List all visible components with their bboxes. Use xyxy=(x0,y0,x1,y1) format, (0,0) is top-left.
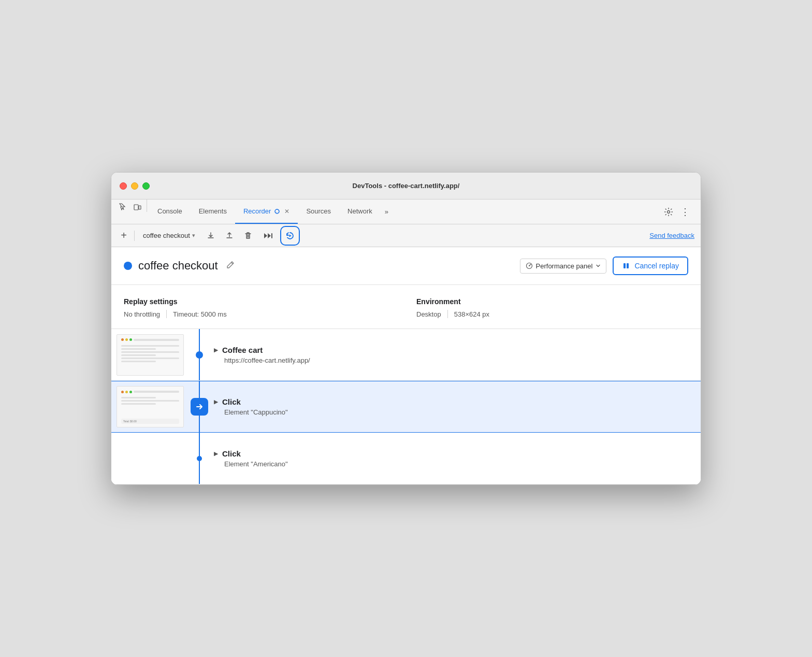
step-thumbnail-2: Total: $0.00 xyxy=(111,381,189,432)
traffic-lights xyxy=(120,182,150,190)
thumbnail-browser-1 xyxy=(117,334,184,376)
step-url-1: https://coffee-cart.netlify.app/ xyxy=(224,356,688,364)
svg-rect-1 xyxy=(139,206,141,209)
more-options-icon[interactable]: ⋮ xyxy=(678,205,692,219)
step-title-3: ▶ Click xyxy=(214,449,688,458)
recording-title: coffee checkout xyxy=(138,259,218,273)
recorder-toolbar: + coffee checkout ▾ xyxy=(111,224,701,247)
replay-settings-col: Replay settings No throttling Timeout: 5… xyxy=(124,297,396,318)
step-dot-1 xyxy=(196,351,203,359)
step-subtitle-2: Element "Cappucino" xyxy=(224,408,688,416)
settings-section: Replay settings No throttling Timeout: 5… xyxy=(111,285,701,329)
performance-icon xyxy=(526,262,533,269)
titlebar: DevTools - coffee-cart.netlify.app/ xyxy=(111,173,701,199)
step-item-1[interactable]: ▶ Coffee cart https://coffee-cart.netlif… xyxy=(111,329,701,381)
tab-console[interactable]: Console xyxy=(149,199,191,224)
thumbnail-footer: Total: $0.00 xyxy=(121,419,179,424)
step-connector-2 xyxy=(189,381,210,432)
environment-values: Desktop 538×624 px xyxy=(416,310,688,318)
step-dot-3 xyxy=(197,456,202,461)
step-info-1: ▶ Coffee cart https://coffee-cart.netlif… xyxy=(210,329,701,380)
tab-bar: Console Elements Recorder ✕ Sources Netw… xyxy=(111,199,701,224)
svg-rect-0 xyxy=(134,205,138,210)
recording-selector-dropdown[interactable]: coffee checkout ▾ xyxy=(139,230,199,241)
expand-icon-1: ▶ xyxy=(214,347,218,353)
minimize-button[interactable] xyxy=(131,182,138,190)
cancel-replay-button[interactable]: Cancel replay xyxy=(613,256,688,275)
step-info-2: ▶ Click Element "Cappucino" xyxy=(210,381,701,432)
environment-title: Environment xyxy=(416,297,688,306)
steps-list: ▶ Coffee cart https://coffee-cart.netlif… xyxy=(111,329,701,484)
pause-icon xyxy=(622,262,630,270)
tab-sources[interactable]: Sources xyxy=(298,199,339,224)
svg-point-6 xyxy=(529,265,530,266)
export-recording-button[interactable] xyxy=(204,228,218,243)
step-connector-1 xyxy=(189,329,210,380)
recording-status-dot xyxy=(124,262,132,270)
settings-value-sep xyxy=(166,310,167,318)
tab-right-actions: ⋮ xyxy=(661,199,697,224)
dropdown-arrow-icon xyxy=(596,263,601,268)
svg-rect-8 xyxy=(627,263,629,268)
toolbar-separator-1 xyxy=(147,199,147,212)
recorder-toolbar-sep xyxy=(134,231,135,241)
step-thumbnail-3 xyxy=(111,433,189,484)
expand-icon-3: ▶ xyxy=(214,451,218,456)
expand-icon-2: ▶ xyxy=(214,399,218,405)
thumbnail-browser-2: Total: $0.00 xyxy=(117,386,184,427)
add-recording-button[interactable]: + xyxy=(118,230,130,242)
close-button[interactable] xyxy=(120,182,127,190)
performance-panel-button[interactable]: Performance panel xyxy=(520,259,607,274)
step-dot-2 xyxy=(191,398,208,416)
send-feedback-button[interactable]: Send feedback xyxy=(649,232,694,239)
tab-network[interactable]: Network xyxy=(339,199,381,224)
svg-point-2 xyxy=(275,209,279,213)
maximize-button[interactable] xyxy=(142,182,150,190)
step-replay-button[interactable] xyxy=(259,228,276,243)
delete-recording-button[interactable] xyxy=(241,228,255,243)
svg-point-3 xyxy=(668,210,670,213)
step-info-3: ▶ Click Element "Americano" xyxy=(210,433,701,484)
step-thumbnail-1 xyxy=(111,329,189,380)
replay-button[interactable] xyxy=(280,226,300,246)
recording-header: coffee checkout Performance panel xyxy=(111,247,701,285)
tab-elements[interactable]: Elements xyxy=(191,199,235,224)
step-subtitle-3: Element "Americano" xyxy=(224,460,688,468)
window-title: DevTools - coffee-cart.netlify.app/ xyxy=(353,182,460,190)
tab-recorder[interactable]: Recorder ✕ xyxy=(235,199,298,224)
step-title-2: ▶ Click xyxy=(214,397,688,406)
settings-icon[interactable] xyxy=(661,205,676,219)
replay-settings-values: No throttling Timeout: 5000 ms xyxy=(124,310,396,318)
edit-recording-title-button[interactable] xyxy=(224,259,237,273)
step-item-3[interactable]: ▶ Click Element "Americano" xyxy=(111,433,701,484)
devtools-window: DevTools - coffee-cart.netlify.app/ Cons… xyxy=(111,172,701,485)
inspect-element-icon[interactable] xyxy=(115,199,130,214)
step-connector-3 xyxy=(189,433,210,484)
step-title-1: ▶ Coffee cart xyxy=(214,346,688,354)
more-tabs-button[interactable]: » xyxy=(381,199,393,224)
environment-col: Environment Desktop 538×624 px xyxy=(416,297,688,318)
env-value-sep xyxy=(447,310,448,318)
replay-settings-title: Replay settings xyxy=(124,297,396,306)
svg-rect-4 xyxy=(271,233,272,238)
replay-step-icon xyxy=(195,402,204,411)
svg-rect-7 xyxy=(624,263,626,268)
device-toolbar-icon[interactable] xyxy=(130,199,144,214)
close-recorder-tab[interactable]: ✕ xyxy=(284,208,289,215)
recorder-flask-icon xyxy=(274,208,280,215)
content-area: coffee checkout Performance panel xyxy=(111,247,701,484)
import-recording-button[interactable] xyxy=(222,228,237,243)
step-item-2[interactable]: Total: $0.00 ▶ Click xyxy=(111,381,701,433)
